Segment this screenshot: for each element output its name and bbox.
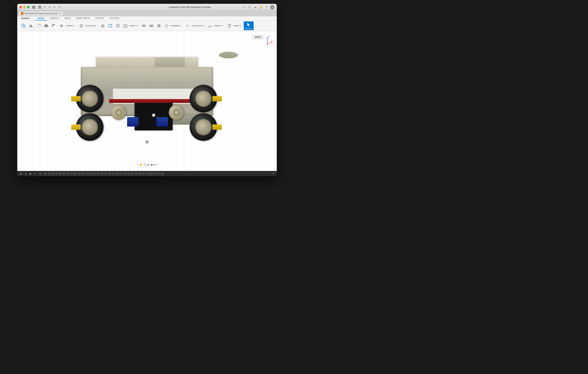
move-copy-btn[interactable] — [163, 22, 170, 29]
play-btn[interactable]: ▶ — [29, 172, 32, 176]
grid-toggle-btn[interactable]: ⊞ — [153, 163, 155, 166]
timeline-item-22[interactable]: ⚙ — [123, 172, 126, 175]
fillet-btn[interactable] — [50, 22, 57, 29]
tab-utilities[interactable]: UTILITIES — [107, 16, 122, 21]
measure-btn[interactable] — [207, 22, 214, 29]
mirror-btn[interactable] — [58, 22, 65, 29]
select-btn[interactable]: SELECT ▾ — [244, 21, 254, 30]
save-button[interactable] — [38, 5, 42, 10]
tab-sheet-metal[interactable]: SHEET METAL — [73, 16, 93, 21]
hole-btn[interactable] — [43, 22, 50, 29]
timeline-item-24[interactable]: ◫ — [131, 172, 134, 175]
timeline-settings-btn[interactable]: ⚙ — [272, 172, 275, 176]
refresh-button[interactable]: ↻ — [248, 5, 251, 9]
timeline-item-28[interactable]: ⚙ — [146, 172, 149, 175]
account-button[interactable]: A — [270, 5, 274, 9]
timeline-item-27[interactable]: ◈ — [142, 172, 145, 175]
assemble-label[interactable]: ASSEMBLE ▾ — [170, 25, 181, 27]
app-grid-button[interactable] — [32, 5, 36, 10]
inspect-label[interactable]: INSPECT ▾ — [214, 25, 223, 27]
tab-close-button[interactable]: × — [59, 12, 61, 15]
modify-label[interactable]: MODIFY ▾ — [129, 25, 137, 27]
timeline-item-3[interactable]: ◈ — [51, 172, 54, 175]
cloud-button[interactable]: ☁ — [253, 5, 257, 9]
design-dropdown[interactable]: DESIGN ▾ — [19, 16, 32, 21]
timeline-item-31[interactable]: ⊡ — [157, 172, 160, 175]
zoom-btn[interactable]: 🔍 — [143, 163, 147, 166]
timeline-item-4[interactable]: ⊡ — [55, 172, 58, 175]
shell-btn[interactable] — [122, 22, 129, 29]
timeline-item-8[interactable]: ⊡ — [70, 172, 73, 175]
rigid-group-btn[interactable] — [148, 22, 155, 29]
timeline-item-11[interactable]: ⊞ — [81, 172, 85, 175]
construct-label[interactable]: CONSTRUCT ▾ — [191, 25, 204, 27]
align-btn[interactable] — [155, 22, 163, 29]
create-label[interactable]: CREATE ▾ — [65, 25, 75, 27]
skip-start-btn[interactable]: ⏮ — [19, 172, 22, 176]
timeline-item-19[interactable]: ⊡ — [112, 172, 115, 175]
timeline-item-23[interactable]: ⊞ — [127, 172, 130, 175]
timeline-item-10[interactable]: ⚙ — [77, 172, 81, 175]
add-tab-button[interactable]: + — [242, 5, 246, 9]
timeline-item-25[interactable]: ⊡ — [134, 172, 138, 175]
automate-label[interactable]: AUTOMATE ▾ — [85, 25, 96, 27]
timeline-item-18[interactable]: ◫ — [108, 172, 111, 175]
undo-button[interactable]: ↩ — [42, 5, 47, 10]
timeline-item-13[interactable]: ⊡ — [89, 172, 92, 175]
skip-end-btn[interactable]: ⏭ — [38, 172, 42, 176]
timeline-item-6[interactable]: ◫ — [62, 172, 66, 175]
home-view-btn[interactable]: ⌂ — [137, 163, 139, 166]
timeline-item-29[interactable]: ⊞ — [149, 172, 153, 175]
timeline-item-16[interactable]: ⚙ — [100, 172, 104, 175]
timeline-item-17[interactable]: ⊞ — [104, 172, 107, 175]
notification-button[interactable]: 🔔 — [259, 5, 263, 9]
revolve-btn[interactable] — [35, 22, 42, 29]
fillet2-btn[interactable] — [107, 22, 114, 29]
redo-button[interactable]: ↪ — [47, 5, 52, 10]
tab-surface[interactable]: SURFACE — [47, 16, 62, 21]
tab-solid[interactable]: SOLID — [35, 16, 47, 21]
hole-icon — [43, 23, 49, 28]
timeline-item-32[interactable]: ⊠ — [161, 172, 164, 175]
offset-plane-btn[interactable] — [184, 22, 191, 29]
prev-frame-btn[interactable]: ⏴ — [24, 172, 27, 176]
redo-dropdown[interactable]: ▾ — [57, 5, 62, 10]
viewport[interactable]: BACK Z X ⌂ ✋ 🔍 — [17, 31, 277, 171]
fit-btn[interactable]: ⊞ — [147, 163, 149, 166]
timeline-item-21[interactable]: ◈ — [119, 172, 123, 175]
display-mode-btn[interactable]: ▣ — [151, 163, 153, 166]
timeline-item-30[interactable]: ◫ — [153, 172, 157, 175]
timeline-item-12[interactable]: ◫ — [85, 172, 88, 175]
timeline-item-7[interactable]: ⊞ — [66, 172, 70, 175]
timeline-item-9[interactable]: ◈ — [74, 172, 77, 175]
press-pull-btn[interactable] — [99, 22, 106, 29]
timeline-item-5[interactable]: ⊠ — [59, 172, 62, 175]
undo-dropdown[interactable]: ▾ — [52, 5, 57, 10]
timeline-item-15[interactable]: ◈ — [96, 172, 100, 175]
axle-hub-fl — [71, 96, 81, 101]
extrude-btn[interactable] — [27, 22, 35, 29]
timeline-item-14[interactable]: ⊠ — [93, 172, 96, 175]
maximize-button[interactable] — [27, 6, 30, 8]
timeline-item-2[interactable]: ⊞ — [47, 172, 51, 175]
automate-btn[interactable] — [78, 22, 85, 29]
tab-plastic[interactable]: PLASTIC — [93, 16, 107, 21]
minimize-button[interactable] — [23, 6, 26, 8]
timeline-item-20[interactable]: ⊠ — [115, 172, 119, 175]
rigid-group-icon — [149, 23, 154, 28]
svg-rect-2 — [32, 7, 33, 9]
tab-mesh[interactable]: MESH — [62, 16, 73, 21]
next-frame-btn[interactable]: ⏵ — [33, 172, 37, 176]
close-button[interactable] — [20, 6, 22, 8]
joint-btn[interactable] — [140, 22, 147, 29]
help-button[interactable]: ? — [265, 5, 268, 9]
insert-btn[interactable] — [226, 22, 233, 29]
create-new-component-btn[interactable] — [20, 22, 27, 29]
timeline-item-26[interactable]: ⊠ — [138, 172, 142, 175]
insert-label[interactable]: INSERT ▾ — [233, 25, 241, 27]
pan-btn[interactable]: ✋ — [139, 163, 143, 166]
timeline-item-1[interactable]: ⚙ — [43, 172, 47, 175]
chamfer-btn[interactable] — [114, 22, 121, 29]
visual-style-btn[interactable]: ▾ — [156, 163, 157, 166]
document-tab[interactable]: 3D Printed Wii Tanks Assembly v16* × — [19, 11, 63, 16]
